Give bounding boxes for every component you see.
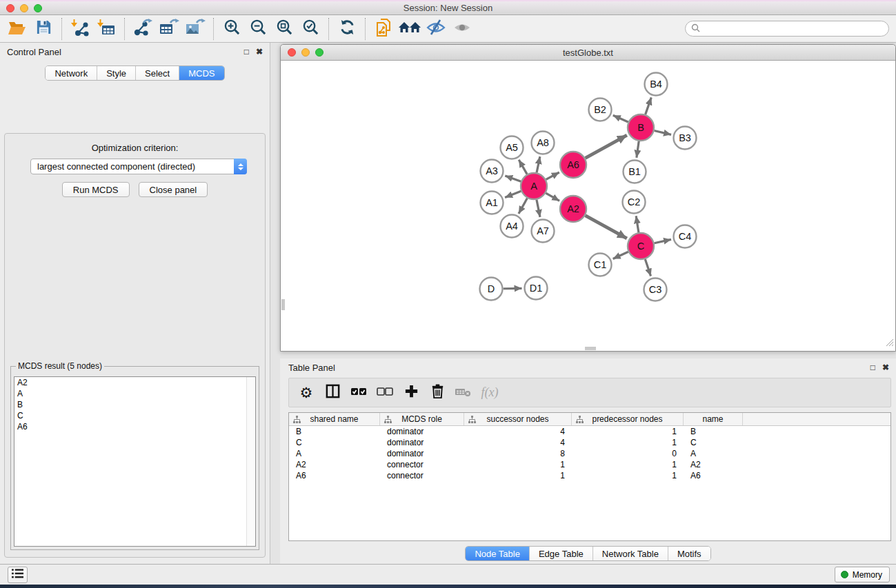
table-row[interactable]: A6connector11A6 [289,470,890,481]
graph-node-B[interactable]: B [628,114,654,141]
delete-table-button[interactable] [452,381,475,405]
edge-C-C4[interactable] [655,239,671,243]
edge-C-C2[interactable] [636,216,639,232]
mcds-result-item[interactable]: A [14,388,255,399]
cell-successor-nodes[interactable]: 1 [464,459,572,470]
edge-A-A1[interactable] [505,191,521,197]
cell-predecessor-nodes[interactable]: 1 [572,459,684,470]
tab-network[interactable]: Network [46,66,97,80]
memory-button[interactable]: Memory [835,567,890,582]
export-image-button[interactable] [182,17,208,41]
graph-node-A1[interactable]: A1 [481,192,504,214]
horizontal-scroll-indicator[interactable] [585,347,596,350]
tab-edge-table[interactable]: Edge Table [530,547,593,560]
resize-grip-icon[interactable] [885,337,894,349]
edge-A-A7[interactable] [537,200,540,217]
float-panel-icon[interactable]: □ [244,48,249,56]
table-row[interactable]: Cdominator41C [289,437,890,448]
table-row[interactable]: Bdominator41B [289,426,890,437]
cell-successor-nodes[interactable]: 8 [464,448,572,459]
deselect-all-button[interactable] [373,381,397,405]
network-canvas[interactable]: B4B2BB3A8A5A6A3B1AC2A1A2A4A7C4CC1DD1C3 [281,61,895,350]
cell-shared-name[interactable]: A6 [289,470,380,481]
hide-selected-button[interactable] [423,17,449,41]
column-header-successor-nodes[interactable]: successor nodes [464,413,572,425]
table-close-panel-icon[interactable]: ✖ [882,363,889,372]
graph-node-C[interactable]: C [628,233,654,259]
edge-A-A6[interactable] [546,172,559,179]
import-table-button[interactable] [93,17,119,41]
edge-C-C1[interactable] [613,252,628,258]
edge-B-B4[interactable] [646,97,652,114]
graph-node-C1[interactable]: C1 [589,254,612,276]
column-header-shared-name[interactable]: shared name [289,413,380,425]
graph-node-D1[interactable]: D1 [525,277,548,300]
table-float-panel-icon[interactable]: □ [870,363,875,372]
tab-network-table[interactable]: Network Table [593,547,668,560]
cell-predecessor-nodes[interactable]: 0 [572,448,684,459]
edge-A-A4[interactable] [519,199,527,214]
edge-A6-B[interactable] [586,135,627,158]
edge-A-A5[interactable] [519,160,527,174]
graph-node-A[interactable]: A [521,173,547,199]
graph-node-C3[interactable]: C3 [644,278,667,301]
cell-name[interactable]: A [684,448,743,459]
cell-shared-name[interactable]: B [289,426,380,437]
cell-name[interactable]: A6 [684,470,743,481]
open-session-button[interactable] [4,17,30,41]
cell-shared-name[interactable]: C [289,437,380,448]
function-builder-button[interactable]: f(x) [478,381,501,405]
delete-row-button[interactable] [426,381,449,405]
edge-A-A3[interactable] [505,176,521,181]
graph-node-A4[interactable]: A4 [501,215,524,238]
zoom-out-button[interactable] [245,17,271,41]
edge-B-B2[interactable] [613,115,628,122]
column-header-MCDS-role[interactable]: MCDS role [380,413,464,425]
edge-B-B1[interactable] [637,141,639,158]
settings-gear-button[interactable]: ⚙ [295,381,318,405]
cell-name[interactable]: A2 [684,459,743,470]
new-network-from-selection-button[interactable] [370,17,397,41]
column-header-name[interactable]: name [684,413,743,425]
mcds-result-item[interactable]: B [14,399,255,410]
graph-node-C4[interactable]: C4 [674,225,697,248]
cell-name[interactable]: C [684,437,743,448]
cell-successor-nodes[interactable]: 4 [464,437,572,448]
zoom-selected-button[interactable] [297,17,323,41]
cell-successor-nodes[interactable]: 4 [464,426,572,437]
close-panel-button[interactable]: Close panel [139,182,208,197]
close-panel-icon[interactable]: ✖ [256,48,263,56]
cell-successor-nodes[interactable]: 1 [464,470,572,481]
export-network-button[interactable] [130,17,156,41]
add-row-button[interactable] [399,381,423,405]
cell-predecessor-nodes[interactable]: 1 [572,470,684,481]
tab-style[interactable]: Style [97,66,136,80]
graph-node-A7[interactable]: A7 [532,220,555,243]
edge-A-A2[interactable] [546,193,559,201]
cell-predecessor-nodes[interactable]: 1 [572,437,684,448]
cell-shared-name[interactable]: A2 [289,459,380,470]
show-hidden-button[interactable] [449,17,475,41]
refresh-button[interactable] [334,17,360,41]
vertical-scroll-indicator[interactable] [281,299,285,310]
graph-node-B2[interactable]: B2 [589,99,612,121]
network-window-titlebar[interactable]: testGlobe.txt [281,45,895,61]
table-row[interactable]: Adominator80A [289,448,890,459]
mcds-result-item[interactable]: C [14,410,255,421]
tab-select[interactable]: Select [136,66,179,80]
tab-mcds[interactable]: MCDS [179,66,223,80]
column-layout-button[interactable] [321,381,344,405]
cell-MCDS-role[interactable]: connector [380,459,464,470]
edge-B-B3[interactable] [654,131,671,135]
cell-shared-name[interactable]: A [289,448,380,459]
graph-node-A8[interactable]: A8 [532,132,555,154]
scrollbar-track[interactable] [246,377,255,546]
search-input[interactable] [704,23,888,35]
cell-MCDS-role[interactable]: dominator [380,448,464,459]
run-mcds-button[interactable]: Run MCDS [62,182,130,197]
edge-C-C3[interactable] [645,259,650,276]
cell-MCDS-role[interactable]: connector [380,470,464,481]
graph-node-C2[interactable]: C2 [623,191,646,214]
export-table-button[interactable] [156,17,182,41]
zoom-fit-button[interactable] [271,17,297,41]
